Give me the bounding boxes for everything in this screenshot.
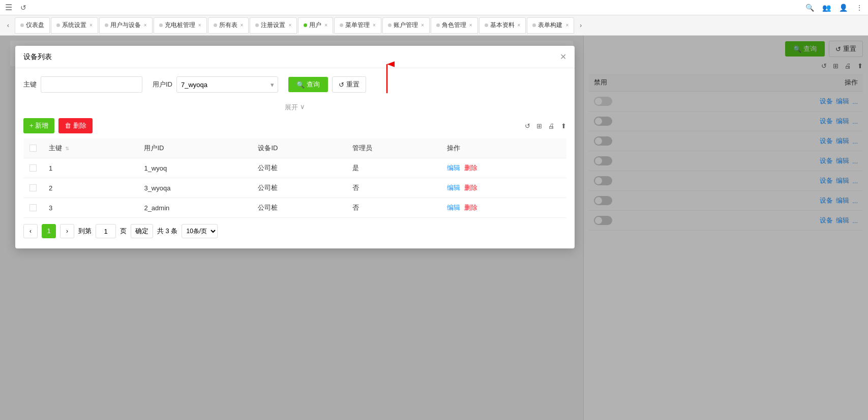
row-device-id: 公司桩: [252, 178, 346, 198]
user-manage-icon[interactable]: 👥: [822, 4, 831, 12]
tab-dot: [388, 23, 392, 27]
primary-key-input[interactable]: [41, 76, 142, 93]
edit-op[interactable]: 编辑: [447, 163, 460, 173]
tab-account-manage[interactable]: 账户管理 ×: [382, 17, 430, 34]
expand-label: 展开: [285, 103, 298, 112]
tab-dot: [485, 23, 488, 27]
delete-op[interactable]: 删除: [464, 203, 477, 212]
sort-icon: ⇅: [65, 146, 69, 151]
tab-prev-btn[interactable]: ‹: [2, 15, 14, 36]
refresh-tool-icon[interactable]: ↺: [525, 122, 530, 130]
add-button[interactable]: + 新增: [23, 118, 54, 133]
tab-dot: [532, 23, 536, 27]
tab-label: 账户管理: [394, 21, 418, 30]
tab-label: 用户与设备: [110, 21, 141, 30]
tab-system-settings[interactable]: 系统设置 ×: [51, 17, 98, 34]
tab-close-icon[interactable]: ×: [198, 22, 201, 28]
table-row: 3 2_admin 公司桩 否 编辑 删除: [23, 198, 566, 218]
tab-register-settings[interactable]: 注册设置 ×: [250, 17, 297, 34]
tab-close-icon[interactable]: ×: [89, 22, 93, 28]
more-icon[interactable]: ⋮: [856, 4, 863, 12]
row-ops: 编辑 删除: [441, 198, 566, 218]
tab-menu-manage[interactable]: 菜单管理 ×: [334, 17, 381, 34]
tab-bar: ‹ 仪表盘 系统设置 × 用户与设备 × 充电桩管理 × 所有表 × 注册设置 …: [0, 15, 868, 36]
tab-close-icon[interactable]: ×: [518, 22, 521, 28]
row-device-id: 公司桩: [252, 198, 346, 218]
tab-form-builder[interactable]: 表单构建 ×: [527, 17, 574, 34]
modal-close-button[interactable]: ✕: [560, 52, 566, 62]
page-size-select[interactable]: 10条/页 20条/页 50条/页: [182, 224, 218, 238]
tab-dot: [436, 23, 440, 27]
total-label: 共 3 条: [157, 227, 177, 236]
table-header-primary-key[interactable]: 主键 ⇅: [43, 138, 138, 158]
modal-pagination: ‹ 1 › 到第 页 确定 共 3 条 10条/页 20条/页 50条/页: [23, 218, 566, 240]
delete-op[interactable]: 删除: [464, 183, 477, 192]
table-header-row: 主键 ⇅ 用户ID 设备ID 管理员 操作: [23, 138, 566, 158]
table-header-admin: 管理员: [346, 138, 441, 158]
reset-icon: ↺: [339, 81, 344, 89]
tab-close-icon[interactable]: ×: [144, 22, 147, 28]
tab-close-icon[interactable]: ×: [324, 22, 327, 28]
modal-search-primary-key: 主键: [23, 76, 142, 93]
tab-label: 所有表: [219, 21, 237, 30]
expand-row[interactable]: 展开 ∨: [23, 101, 566, 118]
user-icon[interactable]: 👤: [839, 4, 848, 12]
tab-basic-info[interactable]: 基本资料 ×: [479, 17, 526, 34]
main-area: 主键 无名 朋友 🔍 查询 ↺ 重置 ↺: [0, 36, 868, 420]
row-admin: 是: [346, 158, 441, 178]
row-user-id: 1_wyoq: [138, 158, 252, 178]
print-tool-icon[interactable]: 🖨: [548, 122, 555, 130]
tab-label: 表单构建: [538, 21, 562, 30]
tab-close-icon[interactable]: ×: [241, 22, 244, 28]
modal-table-toolbar: + 新增 🗑 删除 ↺ ⊞ 🖨 ⬆: [23, 118, 566, 133]
edit-op[interactable]: 编辑: [447, 203, 460, 212]
tab-label: 基本资料: [490, 21, 515, 30]
tab-user-device[interactable]: 用户与设备 ×: [99, 17, 153, 34]
menu-icon[interactable]: ☰: [5, 3, 12, 12]
modal-overlay: 设备列表 ✕ 主键 用户ID 7_wyoqa: [0, 36, 868, 420]
tab-close-icon[interactable]: ×: [288, 22, 291, 28]
tab-users[interactable]: 用户 ×: [298, 17, 333, 34]
select-all-checkbox[interactable]: [29, 145, 37, 152]
tab-close-icon[interactable]: ×: [421, 22, 424, 28]
table-header-user-id: 用户ID: [138, 138, 252, 158]
table-row: 1 1_wyoq 公司桩 是 编辑 删除: [23, 158, 566, 178]
row-ops: 编辑 删除: [441, 158, 566, 178]
delete-op[interactable]: 删除: [464, 163, 477, 173]
refresh-icon[interactable]: ↺: [20, 4, 26, 12]
tab-role-manage[interactable]: 角色管理 ×: [431, 17, 478, 34]
goto-page-input[interactable]: [96, 224, 116, 238]
edit-op[interactable]: 编辑: [447, 183, 460, 192]
row-user-id: 2_admin: [138, 198, 252, 218]
tab-dot: [105, 23, 108, 27]
page-1-btn[interactable]: 1: [42, 224, 56, 238]
columns-tool-icon[interactable]: ⊞: [536, 122, 542, 130]
next-page-btn[interactable]: ›: [60, 224, 74, 238]
tab-close-icon[interactable]: ×: [373, 22, 376, 28]
delete-button[interactable]: 🗑 删除: [58, 118, 93, 133]
user-id-select[interactable]: 7_wyoqa: [176, 76, 278, 93]
export-tool-icon[interactable]: ⬆: [561, 122, 566, 130]
tab-close-icon[interactable]: ×: [565, 22, 568, 28]
tab-next-btn[interactable]: ›: [575, 15, 587, 36]
tab-label: 系统设置: [62, 21, 86, 30]
row-checkbox[interactable]: [29, 184, 37, 191]
search-icon: 🔍: [296, 81, 305, 89]
row-checkbox[interactable]: [29, 204, 37, 211]
modal-header: 设备列表 ✕: [15, 46, 575, 68]
row-checkbox[interactable]: [29, 164, 37, 172]
goto-confirm-button[interactable]: 确定: [131, 224, 153, 238]
red-arrow-up: [379, 60, 395, 96]
tab-dashboard[interactable]: 仪表盘: [15, 17, 50, 34]
row-admin: 否: [346, 198, 441, 218]
tab-label: 仪表盘: [26, 21, 44, 30]
tab-label: 注册设置: [261, 21, 285, 30]
search-icon[interactable]: 🔍: [805, 4, 814, 12]
tab-close-icon[interactable]: ×: [469, 22, 472, 28]
tab-all-tables[interactable]: 所有表 ×: [208, 17, 249, 34]
tab-charging[interactable]: 充电桩管理 ×: [154, 17, 207, 34]
modal-query-button[interactable]: 🔍 查询: [288, 77, 328, 92]
top-bar: ☰ ↺ 🔍 👥 👤 ⋮: [0, 0, 868, 15]
modal-reset-button[interactable]: ↺ 重置: [332, 76, 366, 93]
prev-page-btn[interactable]: ‹: [23, 224, 38, 238]
